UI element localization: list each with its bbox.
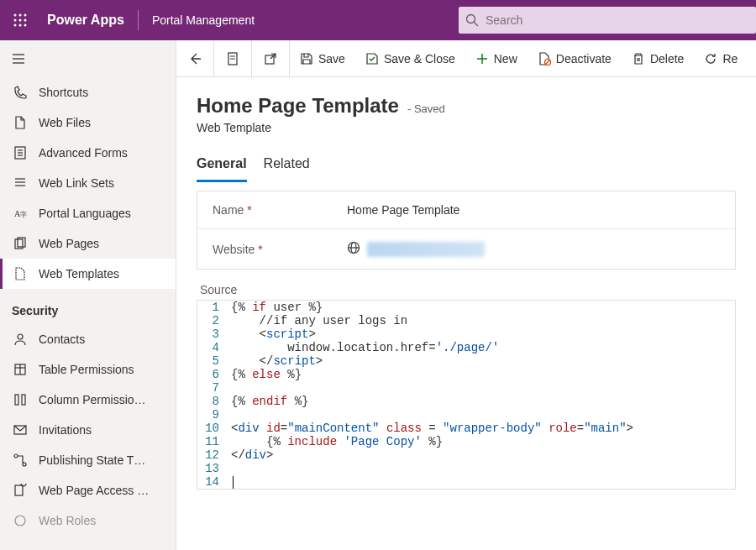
save-label: Save bbox=[318, 52, 345, 65]
svg-point-1 bbox=[19, 14, 22, 17]
sidebar-item-label: Shortcuts bbox=[39, 86, 88, 99]
redacted-value bbox=[367, 242, 485, 257]
source-editor[interactable]: 1{% if user %} 2 //if any user logs in 3… bbox=[197, 300, 736, 490]
open-new-window-button[interactable] bbox=[252, 40, 289, 77]
svg-point-7 bbox=[19, 24, 22, 27]
content-area: Home Page Template - Saved Web Template … bbox=[176, 77, 756, 550]
refresh-button[interactable]: Re bbox=[694, 40, 748, 77]
refresh-label: Re bbox=[722, 52, 738, 65]
field-website-value[interactable] bbox=[347, 241, 720, 257]
sidebar: Shortcuts Web Files Advanced Forms Web L… bbox=[0, 40, 176, 550]
delete-button[interactable]: Delete bbox=[622, 40, 694, 77]
app-name-label: Portal Management bbox=[139, 13, 268, 27]
flow-icon bbox=[12, 452, 29, 469]
app-launcher-button[interactable] bbox=[0, 0, 40, 40]
columns-icon bbox=[12, 391, 29, 408]
page-icon bbox=[226, 52, 239, 65]
sidebar-item-advanced-forms[interactable]: Advanced Forms bbox=[0, 138, 176, 168]
save-close-button[interactable]: Save & Close bbox=[355, 40, 465, 77]
hamburger-icon bbox=[12, 52, 25, 65]
sidebar-item-web-pages[interactable]: Web Pages bbox=[0, 228, 176, 259]
template-icon bbox=[12, 265, 29, 282]
sidebar-item-label: Web Link Sets bbox=[39, 176, 114, 190]
sidebar-item-label: Web Roles bbox=[39, 514, 96, 527]
save-close-icon bbox=[365, 52, 379, 65]
svg-point-3 bbox=[14, 19, 17, 22]
sidebar-item-portal-languages[interactable]: A字 Portal Languages bbox=[0, 198, 176, 228]
deactivate-icon bbox=[538, 52, 551, 65]
popout-icon bbox=[264, 52, 277, 65]
back-button[interactable] bbox=[176, 40, 213, 77]
sidebar-item-column-permissions[interactable]: Column Permissio… bbox=[0, 385, 176, 415]
sidebar-item-label: Publishing State T… bbox=[39, 453, 145, 467]
sidebar-item-label: Web Templates bbox=[39, 267, 119, 280]
waffle-icon bbox=[13, 13, 27, 27]
globe-icon bbox=[347, 241, 360, 257]
sidebar-item-table-permissions[interactable]: Table Permissions bbox=[0, 354, 176, 385]
svg-rect-29 bbox=[15, 395, 18, 405]
sidebar-item-web-link-sets[interactable]: Web Link Sets bbox=[0, 168, 176, 198]
field-source-label: Source bbox=[197, 283, 736, 296]
sidebar-section-security: Security bbox=[0, 289, 176, 324]
field-name-row: Name* Home Page Template bbox=[197, 191, 735, 229]
sidebar-item-web-roles[interactable]: Web Roles bbox=[0, 505, 176, 536]
sidebar-item-label: Web Pages bbox=[39, 237, 99, 250]
language-icon: A字 bbox=[12, 205, 29, 222]
deactivate-label: Deactivate bbox=[556, 52, 612, 65]
roles-icon bbox=[12, 512, 29, 529]
svg-point-32 bbox=[14, 454, 18, 458]
new-label: New bbox=[494, 52, 517, 65]
svg-point-25 bbox=[18, 334, 23, 339]
list-icon bbox=[12, 175, 29, 191]
save-icon bbox=[300, 52, 313, 65]
deactivate-button[interactable]: Deactivate bbox=[528, 40, 622, 77]
svg-line-10 bbox=[475, 23, 479, 27]
svg-point-0 bbox=[14, 14, 17, 17]
svg-point-2 bbox=[24, 14, 27, 17]
svg-rect-30 bbox=[22, 395, 25, 405]
brand-label: Power Apps bbox=[40, 13, 138, 28]
command-bar: Save Save & Close New Deactivate Delete … bbox=[176, 40, 756, 77]
refresh-icon bbox=[704, 52, 717, 65]
sidebar-item-label: Column Permissio… bbox=[39, 393, 146, 406]
sidebar-toggle-button[interactable] bbox=[0, 40, 176, 77]
phone-icon bbox=[12, 84, 29, 101]
delete-label: Delete bbox=[650, 52, 684, 65]
field-website-label: Website* bbox=[213, 243, 347, 256]
tab-related[interactable]: Related bbox=[264, 151, 310, 182]
search-icon bbox=[465, 13, 479, 27]
trash-icon bbox=[632, 52, 645, 65]
sidebar-item-label: Advanced Forms bbox=[39, 146, 128, 160]
sidebar-item-web-templates[interactable]: Web Templates bbox=[0, 259, 176, 289]
new-button[interactable]: New bbox=[465, 40, 528, 77]
mail-icon bbox=[12, 422, 29, 438]
sidebar-item-web-page-access[interactable]: Web Page Access … bbox=[0, 475, 176, 505]
tab-general[interactable]: General bbox=[197, 151, 247, 182]
form-selector-button[interactable] bbox=[214, 40, 251, 77]
page-title: Home Page Template bbox=[197, 94, 399, 118]
search-input[interactable] bbox=[486, 13, 749, 27]
sidebar-item-shortcuts[interactable]: Shortcuts bbox=[0, 77, 176, 107]
save-button[interactable]: Save bbox=[290, 40, 355, 77]
sidebar-item-publishing-state[interactable]: Publishing State T… bbox=[0, 445, 176, 475]
svg-point-6 bbox=[14, 24, 17, 27]
sidebar-item-contacts[interactable]: Contacts bbox=[0, 324, 176, 354]
field-name-label: Name* bbox=[213, 203, 347, 217]
svg-point-5 bbox=[24, 19, 27, 22]
form-icon bbox=[12, 144, 29, 161]
save-state-label: - Saved bbox=[407, 102, 445, 115]
field-name-value[interactable]: Home Page Template bbox=[347, 203, 720, 217]
tab-list: General Related bbox=[197, 151, 736, 182]
svg-rect-34 bbox=[15, 485, 23, 495]
save-close-label: Save & Close bbox=[384, 52, 455, 65]
svg-point-36 bbox=[15, 516, 25, 526]
lock-page-icon bbox=[12, 482, 29, 499]
field-website-row: Website* bbox=[197, 229, 735, 269]
pages-icon bbox=[12, 235, 29, 252]
sidebar-item-label: Portal Languages bbox=[39, 207, 131, 220]
search-box[interactable] bbox=[459, 7, 756, 34]
file-icon bbox=[12, 114, 29, 131]
sidebar-item-web-files[interactable]: Web Files bbox=[0, 107, 176, 138]
svg-point-9 bbox=[467, 15, 475, 24]
sidebar-item-invitations[interactable]: Invitations bbox=[0, 415, 176, 445]
